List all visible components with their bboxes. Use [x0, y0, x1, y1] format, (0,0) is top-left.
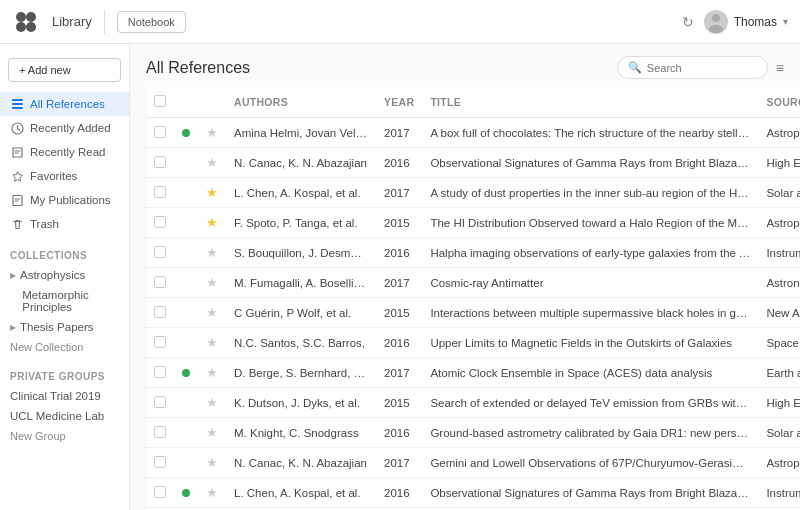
star-icon[interactable]: ★	[206, 365, 218, 380]
row-checkbox[interactable]	[154, 366, 166, 378]
table-row[interactable]: ★ S. Bouquillon, J. Desmars, 2016 Halpha…	[146, 238, 800, 268]
sidebar-item-recently-read[interactable]: Recently Read	[0, 140, 129, 164]
star-icon[interactable]: ★	[206, 185, 218, 200]
row-checkbox-cell[interactable]	[146, 358, 174, 388]
notebook-button[interactable]: Notebook	[117, 11, 186, 33]
table-row[interactable]: ★ D. Berge, S. Bernhard, et al. 2017 Ato…	[146, 358, 800, 388]
star-icon[interactable]: ★	[206, 125, 218, 140]
add-new-button[interactable]: + Add new	[8, 58, 121, 82]
row-star-cell[interactable]: ★	[198, 298, 226, 328]
row-star-cell[interactable]: ★	[198, 418, 226, 448]
group-ucl[interactable]: UCL Medicine Lab	[0, 406, 129, 426]
sidebar-item-favorites[interactable]: Favorites	[0, 164, 129, 188]
col-authors-header[interactable]: AUTHORS	[226, 87, 376, 118]
row-year: 2016	[376, 328, 422, 358]
table-row[interactable]: ★ N.C. Santos, S.C. Barros, 2016 Upper L…	[146, 328, 800, 358]
row-star-cell[interactable]: ★	[198, 178, 226, 208]
collection-astrophysics[interactable]: ▶ Astrophysics	[0, 265, 129, 285]
table-row[interactable]: ★ L. Chen, A. Kospal, et al. 2016 Observ…	[146, 478, 800, 508]
table-row[interactable]: ★ C Guérin, P Wolf, et al. 2015 Interact…	[146, 298, 800, 328]
row-star-cell[interactable]: ★	[198, 268, 226, 298]
row-checkbox-cell[interactable]	[146, 268, 174, 298]
group-clinical-trial[interactable]: Clinical Trial 2019	[0, 386, 129, 406]
row-checkbox[interactable]	[154, 246, 166, 258]
row-checkbox[interactable]	[154, 216, 166, 228]
row-star-cell[interactable]: ★	[198, 358, 226, 388]
row-star-cell[interactable]: ★	[198, 388, 226, 418]
row-checkbox[interactable]	[154, 426, 166, 438]
row-checkbox[interactable]	[154, 126, 166, 138]
row-checkbox-cell[interactable]	[146, 148, 174, 178]
star-icon[interactable]: ★	[206, 425, 218, 440]
row-checkbox[interactable]	[154, 396, 166, 408]
row-checkbox-cell[interactable]	[146, 448, 174, 478]
row-star-cell[interactable]: ★	[198, 208, 226, 238]
row-checkbox-cell[interactable]	[146, 388, 174, 418]
star-icon[interactable]: ★	[206, 395, 218, 410]
row-star-cell[interactable]: ★	[198, 118, 226, 148]
collection-thesis[interactable]: ▶ Thesis Papers	[0, 317, 129, 337]
row-checkbox[interactable]	[154, 306, 166, 318]
refresh-icon[interactable]: ↻	[682, 14, 694, 30]
sidebar-item-trash[interactable]: Trash	[0, 212, 129, 236]
table-row[interactable]: ★ N. Canac, K. N. Abazajian 2016 Observa…	[146, 148, 800, 178]
row-checkbox[interactable]	[154, 276, 166, 288]
row-source: Instrumentation an...	[758, 478, 800, 508]
row-star-cell[interactable]: ★	[198, 478, 226, 508]
star-icon[interactable]: ★	[206, 275, 218, 290]
row-star-cell[interactable]: ★	[198, 238, 226, 268]
row-checkbox-cell[interactable]	[146, 298, 174, 328]
table-row[interactable]: ★ K. Dutson, J. Dyks, et al. 2015 Search…	[146, 388, 800, 418]
row-checkbox-cell[interactable]	[146, 418, 174, 448]
title-text: The HI Distribution Observed toward a Ha…	[430, 217, 750, 229]
star-icon[interactable]: ★	[206, 455, 218, 470]
new-collection-link[interactable]: New Collection	[0, 337, 129, 357]
table-row[interactable]: ★ M. Knight, C. Snodgrass 2016 Ground-ba…	[146, 418, 800, 448]
star-icon[interactable]: ★	[206, 305, 218, 320]
col-star-header	[198, 87, 226, 118]
star-icon[interactable]: ★	[206, 215, 218, 230]
row-checkbox-cell[interactable]	[146, 178, 174, 208]
col-title-header[interactable]: TITLE	[422, 87, 758, 118]
row-checkbox[interactable]	[154, 456, 166, 468]
table-row[interactable]: ★ Amina Helmi, Jovan Veljan 2017 A box f…	[146, 118, 800, 148]
col-check[interactable]	[146, 87, 174, 118]
collection-metamorphic[interactable]: Metamorphic Principles	[0, 285, 129, 317]
select-all-checkbox[interactable]	[154, 95, 166, 107]
collections-section-label: COLLECTIONS	[0, 240, 129, 265]
row-checkbox-cell[interactable]	[146, 478, 174, 508]
col-year-header[interactable]: YEAR	[376, 87, 422, 118]
star-icon[interactable]: ★	[206, 245, 218, 260]
row-star-cell[interactable]: ★	[198, 328, 226, 358]
search-input[interactable]	[647, 62, 757, 74]
references-table: AUTHORS YEAR TITLE SOURCE ADDED ▼ FILE ★…	[146, 87, 800, 510]
row-star-cell[interactable]: ★	[198, 148, 226, 178]
col-source-header[interactable]: SOURCE	[758, 87, 800, 118]
star-icon[interactable]: ★	[206, 155, 218, 170]
row-title: Ground-based astrometry calibrated by Ga…	[422, 418, 758, 448]
table-row[interactable]: ★ N. Canac, K. N. Abazajian 2017 Gemini …	[146, 448, 800, 478]
star-icon[interactable]: ★	[206, 335, 218, 350]
row-star-cell[interactable]: ★	[198, 448, 226, 478]
table-row[interactable]: ★ L. Chen, A. Kospal, et al. 2017 A stud…	[146, 178, 800, 208]
table-row[interactable]: ★ M. Fumagalli, A. Boselli et al. 2017 C…	[146, 268, 800, 298]
sidebar: + Add new All References Recently Added …	[0, 44, 130, 510]
filter-icon[interactable]: ≡	[776, 60, 784, 76]
row-checkbox-cell[interactable]	[146, 118, 174, 148]
row-checkbox-cell[interactable]	[146, 238, 174, 268]
row-checkbox[interactable]	[154, 336, 166, 348]
logo-icon	[12, 8, 40, 36]
sidebar-item-my-publications[interactable]: My Publications	[0, 188, 129, 212]
user-menu[interactable]: Thomas ▾	[704, 10, 788, 34]
row-checkbox[interactable]	[154, 486, 166, 498]
table-row[interactable]: ★ F. Spoto, P. Tanga, et al. 2015 The HI…	[146, 208, 800, 238]
row-checkbox[interactable]	[154, 186, 166, 198]
sidebar-item-recently-added[interactable]: Recently Added	[0, 116, 129, 140]
star-icon[interactable]: ★	[206, 485, 218, 500]
row-checkbox[interactable]	[154, 156, 166, 168]
row-checkbox-cell[interactable]	[146, 208, 174, 238]
collection-label: Thesis Papers	[20, 321, 94, 333]
sidebar-item-all-references[interactable]: All References	[0, 92, 129, 116]
row-checkbox-cell[interactable]	[146, 328, 174, 358]
new-group-link[interactable]: New Group	[0, 426, 129, 446]
